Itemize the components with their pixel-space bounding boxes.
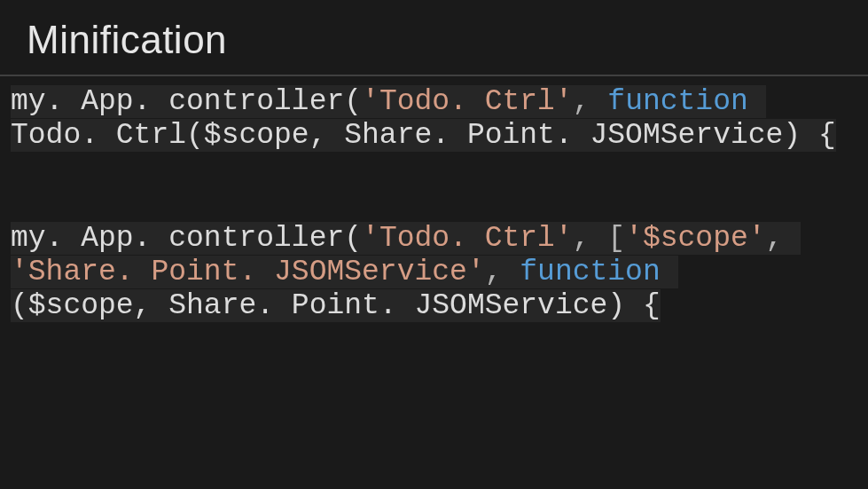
code-text	[748, 85, 766, 118]
code-text: ($scope, Share. Point. JSOMService) {	[11, 289, 661, 322]
code-text: ,	[485, 256, 520, 288]
code-text: Todo. Ctrl($scope, Share. Point. JSOMSer…	[11, 119, 836, 152]
title-rule	[0, 75, 868, 76]
spacer	[0, 153, 868, 222]
slide-title: Minification	[27, 18, 868, 62]
code-text: ,	[766, 222, 802, 255]
code-text: 'Share. Point. JSOMService'	[11, 256, 485, 288]
code-text: 'Todo. Ctrl'	[362, 222, 573, 255]
code-text: ,	[573, 85, 608, 118]
code-text: '$scope'	[625, 222, 765, 255]
code-text: my. App. controller(	[11, 222, 362, 255]
code-text: , [	[573, 222, 625, 255]
slide: Minification my. App. controller('Todo. …	[0, 0, 868, 489]
code-text: my. App. controller(	[11, 85, 362, 118]
code-block-1: my. App. controller('Todo. Ctrl', functi…	[0, 85, 868, 153]
code-text: function	[607, 85, 747, 118]
code-text: function	[520, 256, 660, 288]
code-text	[661, 256, 678, 288]
code-block-2: my. App. controller('Todo. Ctrl', ['$sco…	[0, 222, 868, 323]
code-text: 'Todo. Ctrl'	[362, 85, 573, 118]
